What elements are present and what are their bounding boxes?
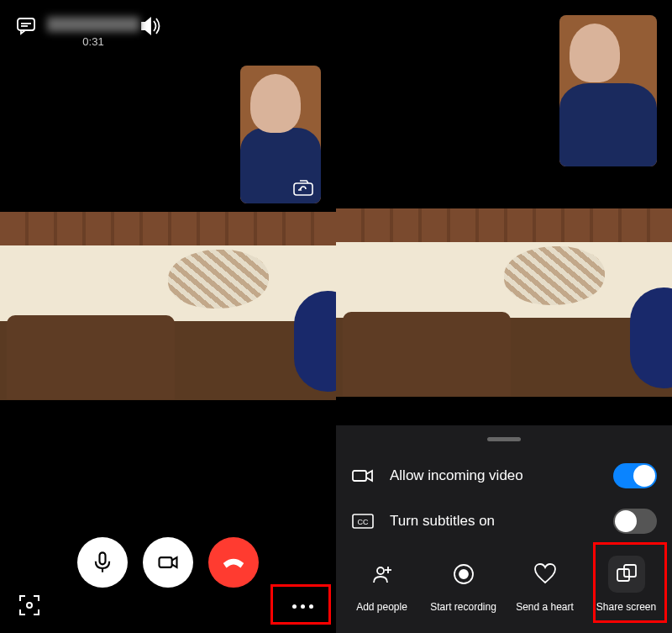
sheet-handle[interactable] — [487, 437, 521, 441]
add-people-icon — [364, 556, 401, 593]
allow-video-toggle[interactable] — [613, 463, 657, 488]
subtitles-label: Turn subtitles on — [390, 513, 495, 530]
svg-point-11 — [377, 567, 384, 574]
call-screen-sheet: Allow incoming video CC Turn subtitles o… — [336, 0, 672, 633]
caller-name-blurred — [47, 17, 139, 32]
highlight-more-button — [270, 584, 331, 625]
mute-button[interactable] — [77, 537, 128, 588]
add-people-label: Add people — [356, 601, 407, 613]
caller-info: 0:31 — [47, 17, 139, 48]
self-video-pip[interactable] — [559, 15, 657, 166]
call-screen-main: 0:31 — [0, 0, 336, 633]
svg-point-15 — [459, 570, 468, 578]
highlight-share-screen — [593, 542, 667, 623]
start-recording-button[interactable]: Start recording — [427, 556, 501, 613]
scan-icon[interactable] — [18, 594, 40, 616]
svg-text:CC: CC — [358, 518, 369, 526]
svg-rect-4 — [100, 552, 106, 564]
camera-button[interactable] — [143, 537, 193, 588]
switch-camera-icon[interactable] — [292, 180, 314, 197]
remote-video — [0, 212, 336, 400]
svg-rect-8 — [353, 471, 366, 481]
svg-rect-3 — [294, 183, 312, 195]
svg-point-7 — [27, 603, 32, 608]
chat-icon[interactable] — [15, 17, 37, 39]
subtitles-toggle[interactable] — [613, 509, 657, 534]
cc-icon: CC — [351, 512, 375, 530]
start-recording-label: Start recording — [430, 601, 496, 613]
options-sheet: Allow incoming video CC Turn subtitles o… — [336, 425, 672, 633]
heart-icon — [527, 556, 564, 593]
video-icon — [351, 467, 375, 485]
call-duration: 0:31 — [47, 35, 139, 48]
add-people-button[interactable]: Add people — [345, 556, 419, 613]
send-heart-label: Send a heart — [516, 601, 574, 613]
allow-incoming-video-row[interactable]: Allow incoming video — [336, 453, 672, 498]
call-controls — [0, 537, 336, 588]
speaker-icon[interactable] — [139, 17, 163, 39]
hangup-button[interactable] — [208, 537, 259, 588]
svg-rect-0 — [18, 18, 34, 30]
call-topbar: 0:31 — [0, 0, 336, 67]
allow-video-label: Allow incoming video — [390, 467, 523, 484]
remote-video — [336, 208, 672, 397]
send-heart-button[interactable]: Send a heart — [508, 556, 582, 613]
svg-rect-6 — [160, 557, 172, 567]
record-icon — [445, 556, 482, 593]
subtitles-row[interactable]: CC Turn subtitles on — [336, 498, 672, 544]
self-video-pip[interactable] — [240, 66, 321, 203]
